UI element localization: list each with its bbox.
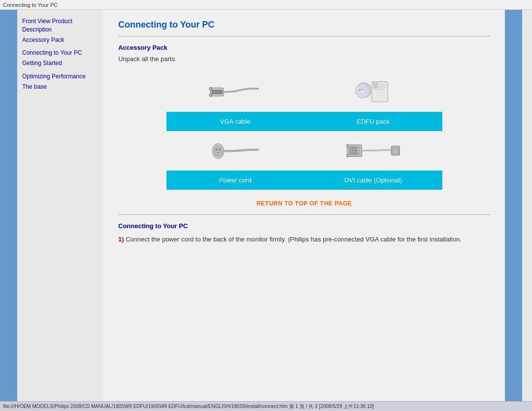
product-image-edfu: Quick Setup Guide CD-RW xyxy=(304,72,442,112)
status-bar-text: file:///H/OEM MODELS/Philips 2008/CD MAN… xyxy=(3,403,374,410)
nav-link-connecting[interactable]: Connecting to Your PC xyxy=(22,49,99,57)
svg-point-35 xyxy=(352,150,353,151)
step-1-number: 1) xyxy=(118,236,124,243)
product-label-edfu: EDFU pack xyxy=(304,112,442,131)
svg-point-33 xyxy=(356,147,357,149)
nav-group-3: Optimizing Performance The base xyxy=(22,72,99,91)
svg-point-37 xyxy=(356,150,357,151)
product-cell-power: Power cord xyxy=(166,131,304,190)
svg-text:Guide: Guide xyxy=(373,86,377,88)
svg-point-43 xyxy=(346,154,348,157)
svg-point-25 xyxy=(215,148,217,150)
left-nav: Front View Product Description Accessory… xyxy=(17,10,103,401)
nav-link-accessory-pack[interactable]: Accessory Pack xyxy=(22,36,99,44)
product-image-dvi xyxy=(304,131,442,171)
svg-point-42 xyxy=(346,144,348,146)
svg-point-27 xyxy=(217,152,219,153)
svg-text:CD-RW: CD-RW xyxy=(358,89,364,91)
section1-title: Accessory Pack xyxy=(118,44,490,51)
power-cord-icon xyxy=(211,137,260,165)
title-bar-text: Connecting to Your PC xyxy=(3,2,58,8)
edfu-pack-icon: Quick Setup Guide CD-RW xyxy=(354,77,393,107)
divider-middle xyxy=(118,214,490,215)
left-strip xyxy=(0,10,17,401)
svg-point-7 xyxy=(209,87,212,90)
svg-point-8 xyxy=(209,94,212,97)
product-label-vga: VGA cable xyxy=(166,112,304,131)
nav-link-optimizing[interactable]: Optimizing Performance xyxy=(22,72,99,81)
svg-point-38 xyxy=(350,152,351,154)
step-1: 1) Connect the power cord to the back of… xyxy=(118,235,490,244)
right-strip xyxy=(505,10,532,401)
svg-point-32 xyxy=(354,147,355,149)
product-image-vga xyxy=(166,72,304,112)
svg-rect-45 xyxy=(392,147,399,154)
page-title: Connecting to Your PC xyxy=(118,20,490,30)
vga-cable-icon xyxy=(208,79,263,106)
svg-point-31 xyxy=(352,147,353,149)
title-bar: Connecting to Your PC xyxy=(0,0,532,10)
svg-point-24 xyxy=(214,145,222,156)
section2-title: Connecting to Your PC xyxy=(118,222,490,230)
svg-point-41 xyxy=(356,152,357,154)
right-strip-inner xyxy=(522,10,532,401)
nav-group-1: Front View Product Description Accessory… xyxy=(22,17,99,44)
svg-point-40 xyxy=(354,152,355,154)
dvi-cable-icon xyxy=(346,137,400,165)
section1-description: Unpack all the parts. xyxy=(118,55,490,63)
status-bar: file:///H/OEM MODELS/Philips 2008/CD MAN… xyxy=(0,401,532,411)
main-content: Connecting to Your PC Accessory Pack Unp… xyxy=(103,10,505,401)
svg-point-34 xyxy=(350,150,351,151)
product-label-dvi: DVI cable (Optional) xyxy=(304,171,442,190)
return-to-top-link[interactable]: RETURN TO TOP OF THE PAGE xyxy=(257,200,352,207)
step-1-text: Connect the power cord to the back of th… xyxy=(126,236,462,243)
nav-link-front-view[interactable]: Front View Product Description xyxy=(22,17,99,34)
svg-point-26 xyxy=(219,148,221,150)
product-grid: VGA cable Quick Setup xyxy=(166,72,442,190)
svg-point-36 xyxy=(354,150,355,151)
product-label-power: Power cord xyxy=(166,171,304,190)
nav-link-base[interactable]: The base xyxy=(22,83,99,91)
nav-group-2: Connecting to Your PC Getting Started xyxy=(22,49,99,68)
nav-link-getting-started[interactable]: Getting Started xyxy=(22,59,99,68)
svg-point-30 xyxy=(350,147,351,149)
product-image-power xyxy=(166,131,304,171)
browser-area: Front View Product Description Accessory… xyxy=(0,10,532,401)
product-cell-vga: VGA cable xyxy=(166,72,304,131)
svg-point-39 xyxy=(352,152,353,154)
return-to-top[interactable]: RETURN TO TOP OF THE PAGE xyxy=(118,200,490,207)
product-cell-edfu: Quick Setup Guide CD-RW EDFU pack xyxy=(304,72,442,131)
product-cell-dvi: DVI cable (Optional) xyxy=(304,131,442,190)
divider-top xyxy=(118,36,490,36)
